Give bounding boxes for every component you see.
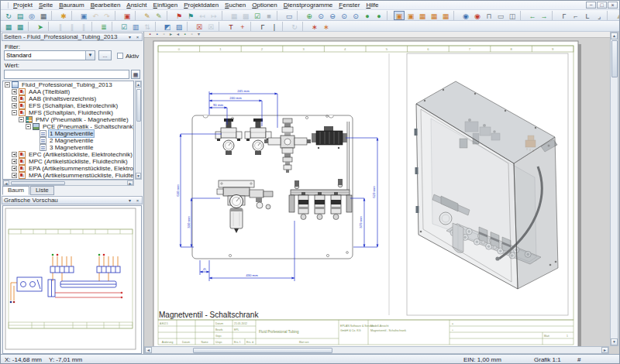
aktiv-checkbox[interactable] xyxy=(117,53,123,59)
nav-prev-icon[interactable]: ▪ xyxy=(153,32,160,37)
table-parts-icon[interactable]: ▦ xyxy=(15,22,26,31)
col-c-icon[interactable]: ∥ xyxy=(78,22,89,31)
pan-center-icon[interactable]: ● xyxy=(374,11,384,20)
win-4-icon[interactable]: ▦ xyxy=(429,11,439,20)
menu-dienstprogramme[interactable]: Dienstprogramme xyxy=(281,1,336,9)
scrollbar-thumb[interactable] xyxy=(193,348,332,353)
delete-all-icon[interactable]: ☒ xyxy=(205,22,216,31)
pin-blue-icon[interactable]: ◉ xyxy=(460,11,471,20)
panel-collapse-icon[interactable]: ▾ xyxy=(126,197,133,204)
win-5-icon[interactable]: ▦ xyxy=(440,11,451,20)
snap-a-icon[interactable]: ∗ xyxy=(309,22,320,31)
text-tool-icon[interactable]: T xyxy=(226,22,236,31)
page-macro-icon[interactable]: ▥ xyxy=(130,22,141,31)
status-grid-toggle[interactable]: # xyxy=(577,356,580,363)
expander-minus-icon[interactable] xyxy=(19,117,24,122)
expander-plus-icon[interactable] xyxy=(12,173,17,178)
ref-b-icon[interactable]: ▫ xyxy=(188,32,195,37)
expander-minus-icon[interactable] xyxy=(5,82,10,88)
panel-close-icon[interactable]: × xyxy=(134,34,141,40)
stop-icon[interactable]: ▣ xyxy=(122,11,133,20)
table-symbols-icon[interactable]: ▦ xyxy=(3,22,14,31)
chevron-down-icon[interactable]: ▼ xyxy=(85,51,95,60)
scroll-down-icon[interactable]: ▼ xyxy=(611,338,618,345)
copy-icon[interactable]: ▣ xyxy=(78,11,89,20)
main-horizontal-scrollbar[interactable]: ◄ ► xyxy=(144,346,609,354)
panel-close-icon[interactable]: × xyxy=(134,197,141,204)
check-icon[interactable]: ☑ xyxy=(252,11,263,20)
world-icon[interactable]: ◎ xyxy=(26,11,37,20)
scroll-up-icon[interactable]: ▲ xyxy=(611,33,618,39)
pan-icon[interactable]: ● xyxy=(362,11,373,20)
menu-einfuegen[interactable]: Einfügen xyxy=(150,1,181,9)
sort-icon[interactable]: ⇅ xyxy=(142,22,153,31)
zoom-window-icon[interactable]: ⊙ xyxy=(315,11,326,20)
insert-point-icon[interactable]: + xyxy=(237,22,248,31)
expander-plus-icon[interactable] xyxy=(12,89,17,94)
device-list-icon[interactable]: ≣ xyxy=(98,22,109,31)
corner-nw-icon[interactable]: Γ xyxy=(559,11,570,20)
frame-2-icon[interactable]: ◫ xyxy=(507,11,518,20)
expander-plus-icon[interactable] xyxy=(12,152,17,157)
tree-item-aab[interactable]: AAB (Inhaltsverzeichnis) xyxy=(3,95,133,102)
corner-se-icon[interactable]: ⌟ xyxy=(594,11,604,20)
filter-combobox[interactable]: Standard ▼ xyxy=(4,50,95,60)
monitor-icon[interactable]: ▭ xyxy=(284,11,294,20)
jump-back-icon[interactable]: ↤ xyxy=(197,11,208,20)
next-page-icon[interactable]: → xyxy=(539,11,549,20)
sync-icon[interactable]: ↻ xyxy=(3,11,14,20)
redo-icon[interactable]: ↷ xyxy=(102,11,112,20)
graphic-preview-canvas[interactable] xyxy=(2,205,142,354)
win-3-icon[interactable]: ▦ xyxy=(417,11,428,20)
menu-bauraum[interactable]: Bauraum xyxy=(56,1,87,9)
menu-suchen[interactable]: Suchen xyxy=(222,1,249,9)
pages-icon[interactable]: ▤ xyxy=(15,11,26,20)
navigate-icon[interactable]: ➤ xyxy=(35,22,46,31)
corner-ne-icon[interactable]: ⌐ xyxy=(570,11,581,20)
tree-item-magnetventile-2[interactable]: 2 Magnetventile xyxy=(3,137,133,144)
delete-page-icon[interactable]: ☒ xyxy=(194,22,205,31)
menu-hilfe[interactable]: Hilfe xyxy=(363,1,381,9)
line-tool-icon[interactable]: | xyxy=(269,22,280,31)
tree-item-epc[interactable]: EPC (Artikelstückliste, Elektrotechnik) xyxy=(3,151,133,158)
scroll-right-icon[interactable]: ► xyxy=(127,180,133,185)
edit-free-icon[interactable]: ✎ xyxy=(153,11,164,20)
menu-bearbeiten[interactable]: Bearbeiten xyxy=(88,1,124,9)
scroll-up-icon[interactable]: ▲ xyxy=(136,81,141,88)
tree-item-magnetventile-1[interactable]: 1 Magnetventile xyxy=(3,130,133,137)
sheet-b-icon[interactable]: ▸ xyxy=(167,32,174,37)
col-a-icon[interactable]: ∥ xyxy=(55,22,66,31)
nav-first-icon[interactable]: ▪ xyxy=(146,32,153,37)
expander-plus-icon[interactable] xyxy=(12,103,17,108)
restore-button[interactable]: □ xyxy=(597,2,607,9)
grid-b-icon[interactable]: ▩ xyxy=(240,11,251,20)
panel-collapse-icon[interactable]: ▾ xyxy=(126,34,133,40)
col-b-icon[interactable]: ∥ xyxy=(67,22,78,31)
tree-item-epa[interactable]: EPA (Artikelsummenstückliste, Elektrotec… xyxy=(3,165,133,172)
tree-vertical-scrollbar[interactable]: ▲ ▼ xyxy=(135,81,142,180)
clamp-icon[interactable]: ⊓ xyxy=(484,11,494,20)
scrollbar-thumb[interactable] xyxy=(136,89,141,122)
snap-b-icon[interactable]: ∗ xyxy=(321,22,332,31)
sheet-c-icon[interactable]: ◂ xyxy=(174,32,181,37)
tree-item-mpa[interactable]: MPA (Artikelsummenstückliste, Fluidtechn… xyxy=(3,172,133,179)
scroll-left-icon[interactable]: ◄ xyxy=(3,180,9,185)
corner-sw-icon[interactable]: L xyxy=(582,11,593,20)
warning-icon[interactable]: ▲ xyxy=(614,11,619,20)
layer-b-icon[interactable]: ▨ xyxy=(174,22,184,31)
flag-red-icon[interactable]: ⚑ xyxy=(174,11,184,20)
tree-item-mfs[interactable]: MFS (Schaltplan, Fluidtechnik) xyxy=(3,109,133,116)
tree-item-project-root[interactable]: Fluid_Professional_Tubing_2013 xyxy=(3,81,133,88)
zoom-prev-icon[interactable]: ⊙ xyxy=(350,11,361,20)
screen-icon[interactable]: ▦ xyxy=(38,11,49,20)
tree-horizontal-scrollbar[interactable]: ◄ ► xyxy=(2,180,134,186)
zoom-out-icon[interactable]: ⊖ xyxy=(327,11,338,20)
scroll-down-icon[interactable]: ▼ xyxy=(136,173,141,179)
rotate-icon[interactable]: ↻ xyxy=(289,22,300,31)
scrollbar-thumb[interactable] xyxy=(611,40,618,77)
tree-item-aaa[interactable]: AAA (Titelblatt) xyxy=(3,88,133,95)
drawing-canvas[interactable]: ▪▪▫▸◂▪▫▾ 01 23 xyxy=(144,32,610,346)
ref-a-icon[interactable]: ▪ xyxy=(181,32,188,37)
wert-options-button[interactable]: ▦ xyxy=(131,70,140,79)
menu-projekt[interactable]: Projekt xyxy=(10,1,36,9)
